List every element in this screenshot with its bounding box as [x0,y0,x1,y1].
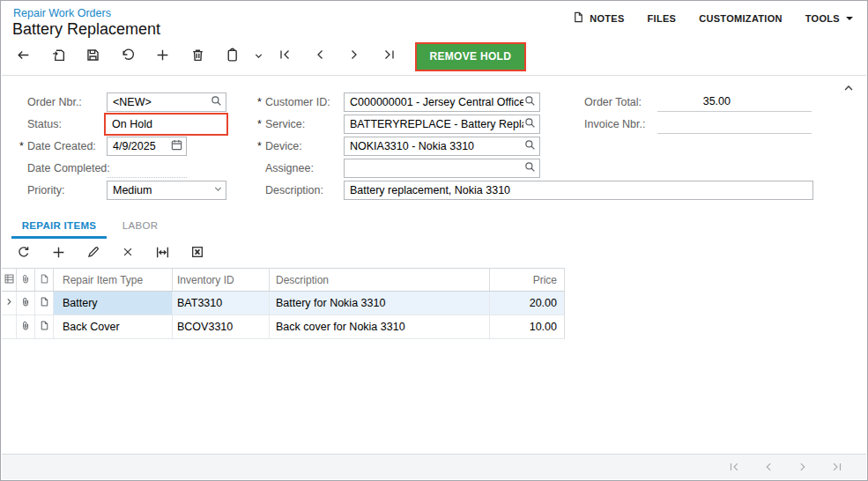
calendar-icon[interactable] [170,138,183,154]
lookup-icon[interactable] [523,116,537,132]
document-icon [39,320,50,334]
device-field[interactable]: NOKIA3310 - Nokia 3310 [344,137,540,156]
attachments-column-header[interactable] [17,269,35,291]
excel-export-icon [190,245,204,263]
date-created-field[interactable]: 4/9/2025 [107,137,187,156]
service-field[interactable]: BATTERYREPLACE - Battery Replace [344,115,540,134]
paperclip-icon [20,296,32,310]
row-indicator-icon [4,297,14,309]
grid-edit-button[interactable] [76,240,111,267]
column-header-description[interactable]: Description [270,269,490,291]
row-selector-cell[interactable] [2,315,17,338]
service-value: BATTERYREPLACE - Battery Replace [350,118,523,130]
lookup-icon[interactable] [523,160,537,176]
attachment-cell[interactable] [17,292,35,314]
remove-hold-button[interactable]: REMOVE HOLD [415,42,527,71]
cell-description[interactable]: Battery for Nokia 3310 [270,292,490,314]
tab-bar: REPAIR ITEMS LABOR [11,215,174,239]
copy-paste-button[interactable] [215,43,250,70]
document-icon [39,296,50,310]
collapse-panel-button[interactable] [842,82,855,98]
grid-add-row-button[interactable] [41,240,77,267]
menu-item-label: FILES [648,13,677,24]
cell-price[interactable]: 20.00 [490,292,565,314]
tab-labor[interactable]: LABOR [107,215,174,239]
grid-footer [2,454,866,479]
grid-refresh-button[interactable] [6,240,41,267]
menu-item-customization[interactable]: CUSTOMIZATION [699,13,783,24]
last-record-icon [382,48,397,65]
cell-description[interactable]: Back cover for Nokia 3310 [270,315,490,338]
save-button[interactable] [76,43,111,70]
back-button[interactable] [6,43,41,70]
plus-icon [155,48,170,66]
page-title: Battery Replacement [12,20,160,39]
cell-price[interactable]: 10.00 [490,315,565,338]
cell-repair-item-type[interactable]: Back Cover [54,315,173,338]
notes-column-header[interactable] [35,269,54,291]
chevron-down-icon[interactable] [213,184,223,196]
grid-delete-row-button[interactable] [111,240,146,267]
lookup-icon[interactable] [523,94,537,110]
note-cell[interactable] [35,315,54,338]
page-first-button[interactable] [728,461,740,473]
page-last-button[interactable] [831,461,843,473]
fit-width-icon [155,245,170,263]
lookup-icon[interactable] [210,94,223,110]
undo-button[interactable] [111,43,146,70]
description-field[interactable]: Battery replacement, Nokia 3310 [344,181,813,200]
description-value: Battery replacement, Nokia 3310 [350,184,810,196]
grid-export-excel-button[interactable] [181,240,216,267]
cell-inventory-id[interactable]: BCOV3310 [173,315,270,338]
next-record-icon [347,48,361,65]
page-previous-button[interactable] [762,461,775,473]
go-last-button[interactable] [372,43,407,70]
order-total-value: 35.00 [703,95,731,107]
order-nbr-label: Order Nbr.: [19,92,82,112]
device-label: *Device: [257,137,302,156]
cell-repair-item-type[interactable]: Battery [54,292,173,314]
save-icon [85,48,100,66]
grid-fit-width-button[interactable] [145,240,181,267]
note-cell[interactable] [35,292,54,314]
save-close-button[interactable] [41,43,77,70]
attachment-cell[interactable] [17,315,35,338]
tab-repair-items[interactable]: REPAIR ITEMS [11,215,107,239]
toolbar-separator [2,75,866,76]
delete-button[interactable] [181,43,216,70]
column-header-inventory-id[interactable]: Inventory ID [173,269,270,291]
menu-item-notes[interactable]: NOTES [572,11,624,26]
grid-settings-header[interactable] [2,269,17,291]
priority-select[interactable]: Medium [107,181,226,200]
add-button[interactable] [145,43,181,70]
back-arrow-icon [16,48,31,66]
grid-toolbar [6,240,215,267]
menu-item-tools[interactable]: TOOLS [805,13,853,24]
order-nbr-field[interactable]: <NEW> [107,92,226,112]
repair-items-grid: Repair Item Type Inventory ID Descriptio… [2,268,565,339]
paperclip-icon [20,273,32,287]
column-header-price[interactable]: Price [490,269,565,291]
lookup-icon[interactable] [523,138,537,154]
column-header-repair-item-type[interactable]: Repair Item Type [54,269,173,291]
go-previous-button[interactable] [302,43,338,70]
customer-id-value: C000000001 - Jersey Central Office E [350,96,523,108]
go-next-button[interactable] [338,43,373,70]
page-next-button[interactable] [797,461,809,473]
grid-row-battery[interactable]: Battery BAT3310 Battery for Nokia 3310 2… [2,292,565,315]
customer-id-field[interactable]: C000000001 - Jersey Central Office E [344,92,540,112]
row-selector-cell[interactable] [2,292,17,314]
paperclip-icon [20,320,32,334]
cell-inventory-id[interactable]: BAT3310 [173,292,270,314]
priority-value: Medium [113,184,213,196]
grid-row-back-cover[interactable]: Back Cover BCOV3310 Back cover for Nokia… [2,315,565,339]
record-toolbar: REMOVE HOLD [6,41,526,71]
plus-icon [51,245,66,263]
copy-paste-menu-button[interactable] [250,43,268,70]
customer-id-label: *Customer ID: [257,92,330,112]
assignee-field[interactable] [344,159,540,178]
menu-item-files[interactable]: FILES [648,13,677,24]
go-first-button[interactable] [268,43,303,70]
menu-item-label: NOTES [590,13,624,24]
breadcrumb[interactable]: Repair Work Orders [13,7,111,19]
